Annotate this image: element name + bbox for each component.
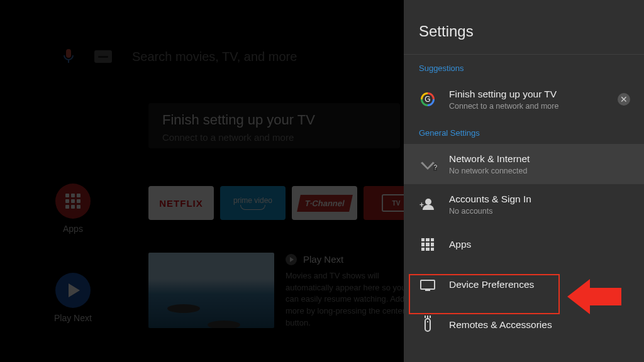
app-tile-netflix[interactable]: NETFLIX (148, 186, 214, 220)
app-tile-label: T·Channel (297, 195, 353, 212)
add-account-icon: + (421, 199, 435, 210)
sidebar-tile-label: Play Next (54, 313, 92, 323)
row-title: Remotes & Accessories (449, 319, 552, 331)
row-title: Accounts & Sign In (449, 194, 531, 205)
panel-title: Settings (404, 0, 644, 55)
tv-icon (420, 280, 435, 290)
play-circle-icon (286, 254, 297, 265)
search-placeholder: Search movies, TV, and more (132, 50, 297, 64)
section-header-general: General Settings (404, 119, 644, 144)
settings-panel: Settings Suggestions Finish setting up y… (404, 0, 644, 362)
row-title: Network & Internet (449, 153, 530, 165)
playnext-title-row: Play Next (286, 253, 406, 266)
row-title: Apps (449, 239, 471, 250)
setup-card-subtitle: Connect to a network and more (162, 132, 386, 143)
search-bar[interactable]: Search movies, TV, and more (63, 49, 297, 64)
mic-icon[interactable] (63, 49, 74, 64)
apps-grid-icon (65, 194, 80, 209)
settings-item-device-preferences[interactable]: Device Preferences (404, 265, 644, 305)
row-subtitle: No accounts (449, 207, 531, 216)
sidebar-tile-playnext[interactable]: Play Next (54, 273, 92, 323)
settings-item-apps[interactable]: Apps (404, 224, 644, 265)
settings-item-remotes[interactable]: Remotes & Accessories (404, 305, 644, 345)
row-title: Finish setting up your TV (449, 89, 558, 100)
apps-grid-icon (421, 238, 434, 251)
playnext-title: Play Next (303, 253, 343, 266)
app-tile-tchannel[interactable]: T·Channel (292, 186, 357, 220)
row-subtitle: Connect to a network and more (449, 102, 558, 111)
setup-card[interactable]: Finish setting up your TV Connect to a n… (148, 103, 400, 148)
sidebar-tile-apps[interactable]: Apps (54, 184, 92, 234)
play-icon (69, 283, 80, 297)
wifi-icon: ? (421, 158, 435, 170)
keyboard-icon[interactable] (94, 50, 112, 63)
settings-item-accounts[interactable]: + Accounts & Sign In No accounts (404, 184, 644, 224)
remote-icon (425, 318, 431, 332)
section-header-suggestions: Suggestions (404, 55, 644, 79)
setup-card-title: Finish setting up your TV (162, 112, 386, 128)
sidebar-tile-label: Apps (63, 224, 83, 234)
settings-item-network[interactable]: ? Network & Internet No network connecte… (404, 144, 644, 184)
google-icon (421, 92, 435, 106)
playnext-thumbnail[interactable] (148, 253, 274, 328)
dismiss-icon[interactable]: ✕ (618, 93, 630, 106)
app-tile-prime[interactable]: prime video (220, 186, 286, 220)
playnext-description: Movies and TV shows will automatically a… (286, 270, 406, 329)
row-subtitle: No network connected (449, 167, 530, 175)
suggestion-finish-setup[interactable]: Finish setting up your TV Connect to a n… (404, 79, 644, 119)
app-tile-label: prime video (233, 196, 272, 205)
row-title: Device Preferences (449, 279, 534, 290)
